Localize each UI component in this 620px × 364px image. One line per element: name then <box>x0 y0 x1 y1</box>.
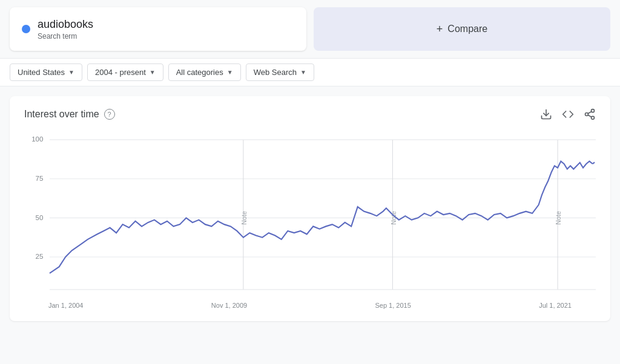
search-type-filter[interactable]: Web Search ▼ <box>246 63 314 81</box>
x-label-2021: Jul 1, 2021 <box>539 302 572 309</box>
share-icon[interactable] <box>584 108 596 120</box>
y-label-100: 100 <box>31 135 44 143</box>
compare-label: Compare <box>447 24 487 34</box>
search-type-chevron: ▼ <box>300 69 306 76</box>
search-term-label: Search term <box>38 32 93 41</box>
time-range-chevron: ▼ <box>150 69 156 76</box>
time-range-filter[interactable]: 2004 - present ▼ <box>87 63 163 81</box>
category-label: All categories <box>176 68 223 77</box>
y-label-75: 75 <box>36 174 44 182</box>
chart-section: Interest over time ? <box>10 96 610 321</box>
note-text-1: Note <box>240 211 248 225</box>
search-term-text: audiobooks Search term <box>38 18 93 41</box>
filter-bar: United States ▼ 2004 - present ▼ All cat… <box>0 58 620 86</box>
download-icon[interactable] <box>540 108 552 120</box>
y-label-50: 50 <box>36 213 44 221</box>
trend-dotted <box>593 158 596 164</box>
time-range-label: 2004 - present <box>95 68 146 77</box>
help-icon[interactable]: ? <box>104 109 115 120</box>
region-filter[interactable]: United States ▼ <box>10 63 82 81</box>
category-chevron: ▼ <box>227 69 233 76</box>
search-term-card: audiobooks Search term <box>10 7 306 51</box>
x-label-2009: Nov 1, 2009 <box>211 302 247 309</box>
trend-polyline <box>50 161 593 273</box>
note-text-3: Note <box>555 211 562 225</box>
region-label: United States <box>18 68 65 77</box>
svg-line-5 <box>588 111 592 113</box>
x-label-2004: Jan 1, 2004 <box>48 302 84 309</box>
chart-header: Interest over time ? <box>24 108 596 120</box>
trend-chart: 100 75 50 25 Note Note Note <box>24 130 596 299</box>
chart-title: Interest over time <box>24 109 99 120</box>
chart-title-area: Interest over time ? <box>24 109 115 120</box>
x-label-2015: Sep 1, 2015 <box>375 302 411 309</box>
y-label-25: 25 <box>36 252 44 260</box>
top-bar: audiobooks Search term + Compare <box>0 0 620 58</box>
code-icon[interactable] <box>562 108 574 120</box>
search-term-dot <box>22 25 30 33</box>
search-type-label: Web Search <box>254 68 297 77</box>
svg-line-4 <box>588 115 592 117</box>
search-term-name: audiobooks <box>38 18 93 31</box>
x-axis-labels: Jan 1, 2004 Nov 1, 2009 Sep 1, 2015 Jul … <box>24 299 596 309</box>
chart-actions <box>540 108 596 120</box>
compare-plus-icon: + <box>437 23 443 36</box>
category-filter[interactable]: All categories ▼ <box>168 63 241 81</box>
chart-container: 100 75 50 25 Note Note Note <box>24 130 596 299</box>
compare-card[interactable]: + Compare <box>314 7 610 51</box>
region-chevron: ▼ <box>68 69 74 76</box>
